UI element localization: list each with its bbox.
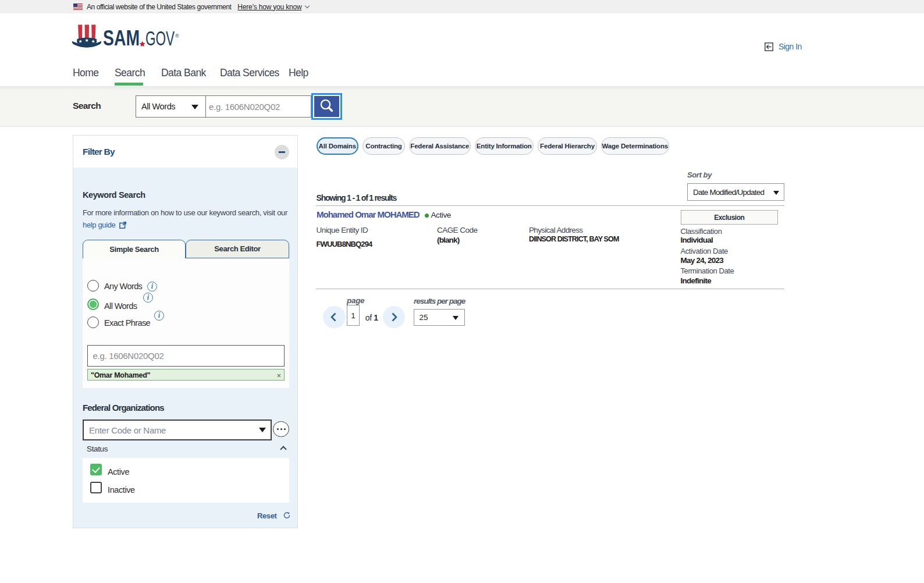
- svg-text:SAM: SAM: [103, 26, 140, 50]
- svg-text:®: ®: [175, 33, 179, 39]
- svg-text:GOV: GOV: [145, 27, 175, 49]
